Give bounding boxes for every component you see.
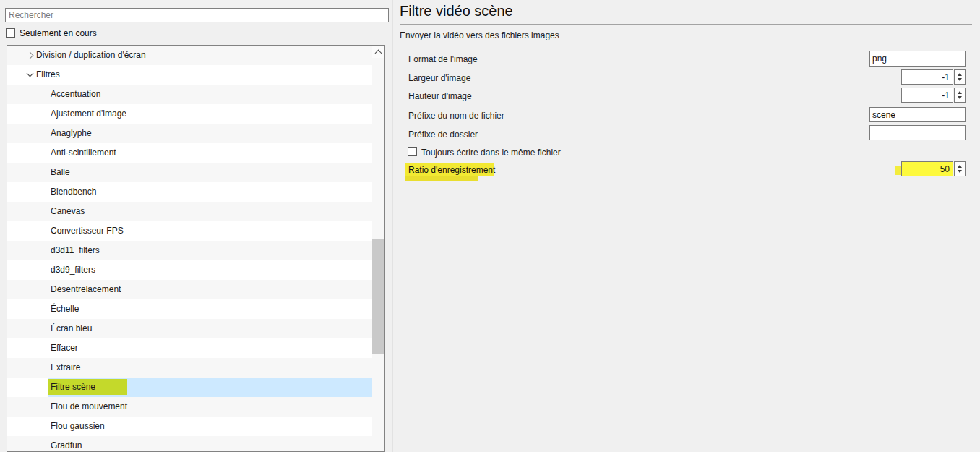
scroll-up-button[interactable] [372,46,384,58]
ratio-label-highlight-tail [405,176,478,181]
tree-item-label: Anti-scintillement [51,143,116,163]
tree-item-label: Filtre scène [48,379,127,395]
directory-prefix-input[interactable] [869,125,966,140]
scrollbar-thumb[interactable] [372,239,384,354]
tree-item-label: d3d11_filters [51,241,100,260]
tree-item-flou-de-mouvement[interactable]: Flou de mouvement [7,397,384,417]
tree-item-blendbench[interactable]: Blendbench [7,182,384,202]
tree-item-label: Canevas [51,202,85,221]
field-label-image-width: Largeur d'image [408,72,470,84]
tree-item-label: Écran bleu [51,319,92,338]
spin-down-icon[interactable] [958,170,962,173]
page-subtitle: Envoyer la vidéo vers des fichiers image… [400,30,559,41]
always-write-same-file-label[interactable]: Toujours écrire dans le même fichier [421,147,561,158]
tree-item-anti-scintillement[interactable]: Anti-scintillement [7,143,384,163]
tree-item-ajustement-d-image[interactable]: Ajustement d'image [7,104,384,124]
tree-item-label: Échelle [51,299,79,319]
spin-down-icon[interactable] [958,78,962,81]
chevron-down-icon[interactable] [27,70,34,77]
spin-buttons[interactable] [954,88,966,103]
tree-item-label: Extraire [51,358,80,378]
tree-item-label: Balle [51,163,70,182]
tree-item-label: Blendbench [51,182,96,202]
spin-buttons[interactable] [954,161,966,176]
tree-item-label: Division / duplication d'écran [36,46,146,65]
only-current-checkbox[interactable] [6,28,15,38]
panel-splitter[interactable] [392,0,393,452]
tree-item-label: Effacer [51,338,78,358]
tree-group-filtres[interactable]: Filtres [7,65,384,85]
only-current-checkbox-label[interactable]: Seulement en cours [20,28,97,38]
ratio-label-highlight: Ratio d'enregistrement [405,163,494,176]
image-width-spinbox [901,69,966,85]
filename-prefix-input[interactable] [869,107,966,122]
tree-item-anaglyphe[interactable]: Anaglyphe [7,124,384,143]
field-label-image-height: Hauteur d'image [408,90,472,102]
image-format-input[interactable] [869,51,966,67]
tree-item-desentrelacement[interactable]: Désentrelacement [7,280,384,299]
tree-item-d3d11-filters[interactable]: d3d11_filters [7,241,384,260]
tree-scrollbar[interactable] [372,46,384,451]
recording-ratio-spinbox [901,161,966,176]
tree-item-extraire[interactable]: Extraire [7,358,384,378]
tree-item-label: Anaglyphe [51,124,92,143]
image-height-input[interactable] [901,88,953,103]
tree-item-label: Convertisseur FPS [51,221,124,241]
tree-item-echelle[interactable]: Échelle [7,299,384,319]
tree-group-division-duplication-d-ecran[interactable]: Division / duplication d'écran [7,46,384,65]
tree-item-flou-gaussien[interactable]: Flou gaussien [7,417,384,436]
tree-item-label: Flou de mouvement [51,397,127,417]
tree-item-balle[interactable]: Balle [7,163,384,182]
tree-item-label: d3d9_filters [51,260,95,280]
tree-item-filtre-scene[interactable]: Filtre scène [7,378,384,397]
tree-item-label: Désentrelacement [51,280,121,299]
tree-item-effacer[interactable]: Effacer [7,338,384,358]
image-height-spinbox [901,88,966,103]
tree-item-d3d9-filters[interactable]: d3d9_filters [7,260,384,280]
tree-item-ecran-bleu[interactable]: Écran bleu [7,319,384,338]
chevron-up-icon [375,50,382,57]
search-input[interactable] [5,8,389,22]
title-divider [400,24,972,25]
spin-up-icon[interactable] [958,91,962,94]
tree-item-canevas[interactable]: Canevas [7,202,384,221]
field-label-recording-ratio: Ratio d'enregistrement [408,164,495,176]
spin-up-icon[interactable] [958,165,962,168]
field-label-image-format: Format de l'image [408,54,478,65]
filter-tree: Division / duplication d'écranFiltresAcc… [7,45,385,452]
spin-up-icon[interactable] [958,73,962,76]
chevron-right-icon[interactable] [27,52,34,59]
tree-item-label: Gradfun [51,436,82,452]
tree-item-accentuation[interactable]: Accentuation [7,85,384,104]
field-label-directory-prefix: Préfixe de dossier [408,129,478,140]
tree-item-label: Accentuation [51,85,100,104]
tree-item-convertisseur-fps[interactable]: Convertisseur FPS [7,221,384,241]
tree-item-label: Filtres [36,65,60,85]
always-write-same-file-checkbox[interactable] [408,147,417,156]
tree-item-label: Flou gaussien [51,417,105,436]
recording-ratio-input[interactable] [901,161,953,176]
field-label-filename-prefix: Préfixe du nom de fichier [408,110,504,121]
spin-buttons[interactable] [954,69,966,85]
spin-down-icon[interactable] [958,96,962,99]
tree-item-gradfun[interactable]: Gradfun [7,436,384,452]
tree-rows: Division / duplication d'écranFiltresAcc… [7,46,384,452]
image-width-input[interactable] [901,69,953,85]
tree-item-label: Ajustement d'image [51,104,126,124]
page-title: Filtre vidéo scène [400,3,513,20]
